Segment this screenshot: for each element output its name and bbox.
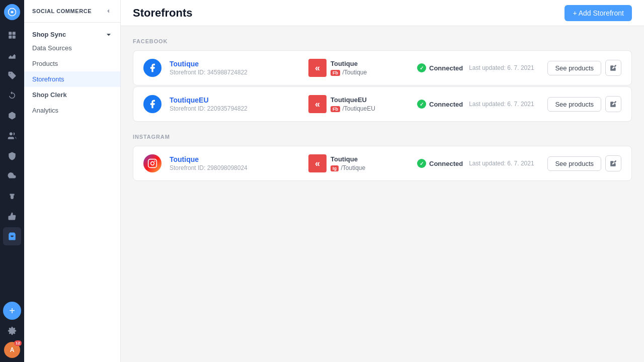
sidebar-item-products[interactable]: Products xyxy=(24,56,120,71)
sidebar-header: SOCIAL COMMERCE xyxy=(24,0,120,23)
status-dot xyxy=(417,63,426,72)
nav-thumbsup-icon[interactable] xyxy=(3,207,21,225)
storefront-name[interactable]: Toutique xyxy=(170,60,300,68)
storefront-info: Toutique Storefront ID: 345988724822 xyxy=(170,60,300,76)
svg-rect-3 xyxy=(9,36,12,39)
status-connected: Connected xyxy=(417,63,463,72)
sidebar-nav: Shop Sync Data Sources Products Storefro… xyxy=(24,23,120,122)
storefront-info-2: ToutiqueEU Storefront ID: 220935794822 xyxy=(170,96,300,112)
sidebar-app-title: SOCIAL COMMERCE xyxy=(32,8,92,14)
catalog-name-2: ToutiqueEU xyxy=(331,96,375,104)
catalog-badge: Fb xyxy=(331,70,340,76)
card-row: Toutique Storefront ID: 345988724822 « T… xyxy=(133,51,631,85)
edit-button-1[interactable] xyxy=(605,60,621,76)
instagram-cards-group: Toutique Storefront ID: 298098098024 « T… xyxy=(133,146,632,181)
storefront-name-2[interactable]: ToutiqueEU xyxy=(170,96,300,104)
card-actions-2: See products xyxy=(547,96,621,112)
svg-rect-2 xyxy=(13,32,16,35)
svg-rect-4 xyxy=(13,36,16,39)
quick-add-button[interactable]: + xyxy=(3,302,21,320)
icon-sidebar: + A 12 xyxy=(0,0,24,362)
status-area-2: Connected Last updated: 6. 7. 2021 xyxy=(417,100,539,109)
left-sidebar: SOCIAL COMMERCE Shop Sync Data Sources P… xyxy=(24,0,121,362)
sidebar-section-shop-sync[interactable]: Shop Sync xyxy=(24,27,120,40)
nav-dashboard-icon[interactable] xyxy=(3,26,21,44)
page-title: Storefronts xyxy=(133,7,193,20)
catalog-name-ig: Toutique xyxy=(331,155,365,163)
svg-point-6 xyxy=(151,162,154,165)
storefront-name-ig[interactable]: Toutique xyxy=(170,155,300,163)
svg-rect-5 xyxy=(148,159,157,168)
storefront-id: Storefront ID: 345988724822 xyxy=(170,69,300,76)
sidebar-item-storefronts[interactable]: Storefronts xyxy=(24,71,120,87)
last-updated-ig: Last updated: 6. 7. 2021 xyxy=(469,160,534,167)
status-connected-ig: Connected xyxy=(417,159,463,168)
card-row: ToutiqueEU Storefront ID: 220935794822 «… xyxy=(133,87,631,121)
catalog-info-2: « ToutiqueEU Fb /ToutiqueEU xyxy=(308,95,409,113)
catalog-handle-ig: /Toutique xyxy=(341,164,365,171)
nav-cart-icon[interactable] xyxy=(3,227,21,245)
card-actions-ig: See products xyxy=(547,155,621,171)
last-updated: Last updated: 6. 7. 2021 xyxy=(469,64,534,71)
catalog-logo-ig: « xyxy=(308,154,327,172)
sidebar-item-shop-clerk[interactable]: Shop Clerk xyxy=(24,87,120,103)
catalog-details-ig: Toutique Ig /Toutique xyxy=(331,155,365,172)
status-area-ig: Connected Last updated: 6. 7. 2021 xyxy=(417,159,539,168)
catalog-badge-2: Fb xyxy=(331,106,340,112)
storefront-card-toutique-ig: Toutique Storefront ID: 298098098024 « T… xyxy=(133,146,632,181)
facebook-platform-icon xyxy=(143,59,162,77)
catalog-handle: /Toutique xyxy=(342,69,367,76)
facebook-platform-icon-2 xyxy=(143,95,162,113)
main-content: Storefronts + Add Storefront FACEBOOK To… xyxy=(121,0,644,362)
facebook-section-label: FACEBOOK xyxy=(133,38,632,44)
nav-cloud-icon[interactable] xyxy=(3,167,21,185)
topbar: Storefronts + Add Storefront xyxy=(121,0,644,26)
notification-badge: 12 xyxy=(14,340,22,346)
see-products-button-ig[interactable]: See products xyxy=(547,156,601,171)
facebook-section: FACEBOOK Toutique Storefront ID: 3459887… xyxy=(133,38,632,122)
nav-analytics-icon[interactable] xyxy=(3,46,21,64)
sidebar-collapse-button[interactable] xyxy=(104,7,112,15)
instagram-platform-icon xyxy=(143,154,162,172)
nav-shield-icon[interactable] xyxy=(3,147,21,165)
status-dot-ig xyxy=(417,159,426,168)
status-area: Connected Last updated: 6. 7. 2021 xyxy=(417,63,539,72)
storefront-card-toutique-fb: Toutique Storefront ID: 345988724822 « T… xyxy=(133,50,632,85)
user-avatar[interactable]: A 12 xyxy=(4,342,20,358)
edit-button-2[interactable] xyxy=(605,96,621,112)
status-dot-2 xyxy=(417,100,426,109)
nav-plug-icon[interactable] xyxy=(3,187,21,205)
see-products-button-2[interactable]: See products xyxy=(547,97,601,112)
see-products-button-1[interactable]: See products xyxy=(547,61,601,75)
sidebar-item-analytics[interactable]: Analytics xyxy=(24,103,120,118)
nav-box-icon[interactable] xyxy=(3,107,21,125)
instagram-section-label: INSTAGRAM xyxy=(133,134,632,140)
app-logo[interactable] xyxy=(4,4,20,20)
nav-refresh-icon[interactable] xyxy=(3,86,21,105)
content-area: FACEBOOK Toutique Storefront ID: 3459887… xyxy=(121,26,644,362)
catalog-logo: « xyxy=(308,59,327,77)
sidebar-item-data-sources[interactable]: Data Sources xyxy=(24,40,120,56)
card-row-ig: Toutique Storefront ID: 298098098024 « T… xyxy=(133,146,631,180)
catalog-name: Toutique xyxy=(331,60,367,67)
last-updated-2: Last updated: 6. 7. 2021 xyxy=(469,101,534,108)
nav-tag-icon[interactable] xyxy=(3,66,21,84)
storefront-id-2: Storefront ID: 220935794822 xyxy=(170,105,300,112)
catalog-logo-2: « xyxy=(308,95,327,113)
catalog-info: « Toutique Fb /Toutique xyxy=(308,59,409,77)
catalog-handle-2: /ToutiqueEU xyxy=(342,105,375,112)
nav-users-icon[interactable] xyxy=(3,127,21,145)
add-storefront-button[interactable]: + Add Storefront xyxy=(565,5,632,21)
storefront-info-ig: Toutique Storefront ID: 298098098024 xyxy=(170,155,300,171)
settings-icon[interactable] xyxy=(3,322,21,340)
catalog-details-2: ToutiqueEU Fb /ToutiqueEU xyxy=(331,96,375,113)
instagram-section: INSTAGRAM Toutique Storefront ID: 298098… xyxy=(133,134,632,181)
facebook-cards-group: Toutique Storefront ID: 345988724822 « T… xyxy=(133,50,632,122)
svg-point-7 xyxy=(154,161,155,161)
edit-button-ig[interactable] xyxy=(605,155,621,171)
svg-rect-1 xyxy=(9,32,12,35)
catalog-badge-ig: Ig xyxy=(331,165,339,171)
catalog-info-ig: « Toutique Ig /Toutique xyxy=(308,154,409,172)
catalog-details: Toutique Fb /Toutique xyxy=(331,60,367,76)
storefront-card-toutiqueeu-fb: ToutiqueEU Storefront ID: 220935794822 «… xyxy=(133,86,632,122)
